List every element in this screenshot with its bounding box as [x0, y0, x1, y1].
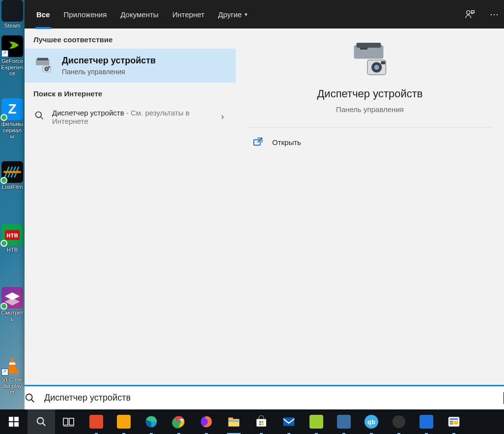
- svg-point-18: [26, 394, 32, 400]
- svg-rect-34: [259, 421, 261, 423]
- search-icon: [25, 393, 44, 404]
- preview-title: Диспетчер устройств: [317, 87, 422, 100]
- svg-rect-20: [14, 417, 19, 421]
- svg-point-15: [374, 65, 379, 70]
- search-tabs: ВсеПриложенияДокументыИнтернетДругие▾ ⋯: [25, 0, 504, 29]
- svg-rect-35: [262, 421, 264, 423]
- web-item-label: Диспетчер устройств - См. результаты в И…: [52, 109, 199, 125]
- desktop-background: SteamGeForce ExperienceZфильмы сериалыLo…: [0, 0, 25, 409]
- taskbar-app-2[interactable]: [110, 409, 138, 434]
- open-action[interactable]: Открыть: [236, 128, 504, 156]
- svg-point-9: [36, 112, 42, 118]
- device-manager-icon: [33, 56, 53, 76]
- svg-rect-33: [256, 419, 266, 426]
- taskbar-notepadpp[interactable]: [303, 409, 330, 434]
- taskbar-app-3[interactable]: [330, 409, 358, 434]
- taskbar-explorer[interactable]: [220, 409, 248, 434]
- desktop-icon-3[interactable]: LostFilm: [1, 161, 24, 190]
- chevron-down-icon: ▾: [245, 11, 248, 18]
- svg-rect-12: [360, 48, 367, 50]
- svg-rect-4: [37, 58, 49, 60]
- taskbar-app-1[interactable]: [83, 409, 110, 434]
- open-label: Открыть: [272, 138, 301, 146]
- taskbar-app-5[interactable]: [413, 409, 440, 434]
- svg-rect-19: [9, 417, 13, 421]
- taskbar-qbittorrent[interactable]: qb: [358, 409, 385, 434]
- svg-rect-25: [69, 418, 74, 425]
- svg-rect-42: [450, 423, 453, 425]
- svg-rect-37: [262, 424, 264, 426]
- svg-point-23: [37, 418, 44, 424]
- taskbar-task-view[interactable]: [55, 409, 83, 434]
- taskbar-store[interactable]: [248, 409, 275, 434]
- more-icon[interactable]: ⋯: [484, 9, 504, 20]
- desktop-icon-0[interactable]: Steam: [1, 0, 24, 29]
- taskbar-edge[interactable]: [138, 409, 165, 434]
- tab-1[interactable]: Приложения: [57, 0, 114, 29]
- svg-rect-0: [3, 171, 21, 173]
- preview-subtitle: Панель управления: [336, 105, 404, 114]
- svg-rect-16: [381, 61, 386, 64]
- taskbar-chrome[interactable]: [165, 409, 193, 434]
- web-search-header: Поиск в Интернете: [25, 83, 236, 103]
- svg-point-2: [467, 11, 470, 14]
- feedback-icon[interactable]: [465, 9, 484, 20]
- desktop-icon-6[interactable]: VLC media player: [1, 354, 24, 395]
- best-match-item[interactable]: Диспетчер устройств Панель управления: [25, 49, 236, 83]
- chevron-right-icon: ›: [221, 109, 227, 122]
- taskbar-app-4[interactable]: [385, 409, 413, 434]
- web-search-item[interactable]: Диспетчер устройств - См. результаты в И…: [25, 103, 236, 131]
- best-match-title: Диспетчер устройств: [62, 56, 156, 66]
- svg-rect-41: [450, 421, 453, 423]
- open-icon: [252, 137, 263, 147]
- search-input[interactable]: [44, 386, 504, 409]
- svg-rect-43: [454, 421, 458, 425]
- desktop-icon-4[interactable]: нтвНТВ: [1, 224, 24, 253]
- svg-rect-38: [283, 418, 294, 426]
- svg-rect-31: [228, 418, 233, 421]
- taskbar-firefox[interactable]: [193, 409, 220, 434]
- svg-rect-40: [450, 418, 458, 420]
- tab-2[interactable]: Документы: [113, 0, 165, 29]
- taskbar-mail[interactable]: [275, 409, 303, 434]
- svg-rect-32: [228, 420, 239, 422]
- search-panel: ВсеПриложенияДокументыИнтернетДругие▾ ⋯ …: [25, 0, 504, 385]
- svg-point-7: [46, 68, 48, 70]
- tab-4[interactable]: Другие▾: [211, 0, 254, 29]
- preview-column: Диспетчер устройств Панель управления От…: [236, 29, 504, 385]
- tab-3[interactable]: Интернет: [166, 0, 211, 29]
- device-manager-large-icon: [350, 40, 390, 80]
- taskbar-app-6[interactable]: [440, 409, 468, 434]
- search-icon: [33, 110, 45, 121]
- desktop-icon-1[interactable]: GeForce Experience: [1, 35, 24, 77]
- taskbar-start[interactable]: [0, 409, 28, 434]
- svg-rect-21: [9, 422, 13, 427]
- svg-rect-24: [63, 418, 68, 425]
- svg-rect-36: [259, 424, 261, 426]
- best-match-subtitle: Панель управления: [62, 68, 156, 76]
- svg-rect-8: [48, 66, 50, 68]
- results-column: Лучшее соответствие Диспетчер устройств …: [25, 29, 236, 385]
- desktop-icon-2[interactable]: Zфильмы сериалы: [1, 98, 24, 140]
- taskbar: qb: [0, 409, 504, 434]
- search-bar[interactable]: [25, 385, 504, 409]
- svg-rect-22: [14, 422, 19, 427]
- desktop-icon-5[interactable]: Смотреть: [1, 287, 24, 322]
- taskbar-search[interactable]: [28, 409, 55, 434]
- best-match-header: Лучшее соответствие: [25, 29, 236, 49]
- tab-0[interactable]: Все: [29, 0, 57, 29]
- svg-rect-11: [357, 43, 381, 48]
